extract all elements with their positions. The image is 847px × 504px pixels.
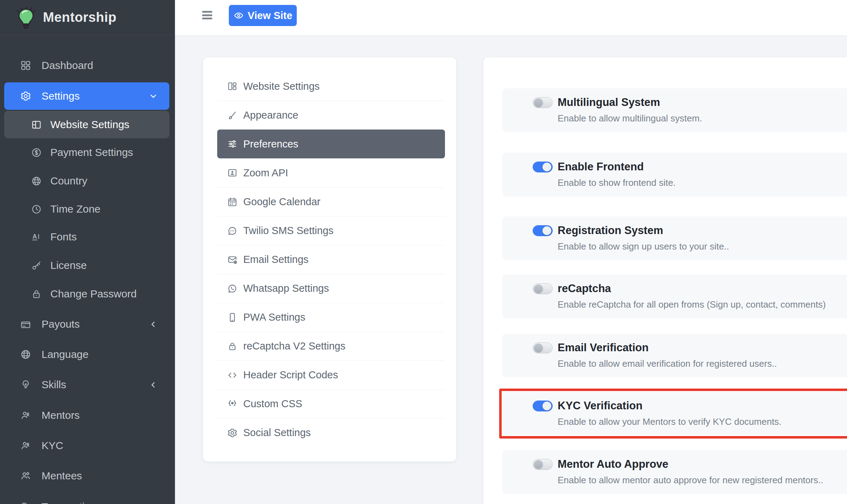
toggle-registration-system[interactable]	[533, 225, 553, 236]
toggle-knob	[542, 163, 551, 171]
sidebar-item-time-zone[interactable]: Time Zone	[4, 195, 169, 223]
menu-item-email-settings[interactable]: Email Settings	[217, 245, 445, 274]
sidebar: Mentorship DashboardSettingsWebsite Sett…	[0, 0, 175, 504]
preference-row-mentor-auto-approve: Mentor Auto ApproveEnable to allow mento…	[502, 450, 847, 494]
preference-description: Enable reCaptcha for all open froms (Sig…	[558, 299, 826, 310]
sidebar-item-change-password[interactable]: Change Password	[4, 280, 169, 308]
preference-row-kyc-verification: KYC VerificationEnable to allow your Men…	[502, 392, 847, 435]
toggle-mentor-auto-approve[interactable]	[533, 459, 553, 470]
gear-icon	[20, 90, 31, 102]
sliders-icon	[227, 139, 238, 149]
menu-item-label: Header Script Codes	[243, 369, 338, 381]
globe-icon	[20, 349, 31, 360]
preference-title: Email Verification	[558, 341, 648, 354]
sidebar-item-label: Settings	[42, 90, 80, 102]
menu-item-custom-css[interactable]: Custom CSS	[217, 389, 445, 418]
hamburger-menu-icon[interactable]	[202, 11, 212, 19]
sidebar-item-country[interactable]: Country	[4, 167, 169, 195]
brand-header: Mentorship	[0, 0, 175, 35]
preference-title: Enable Frontend	[558, 160, 644, 173]
settings-menu-list: Website SettingsAppearancePreferencesZoo…	[217, 72, 445, 447]
toggle-enable-frontend[interactable]	[533, 162, 553, 172]
menu-item-preferences[interactable]: Preferences	[217, 130, 445, 158]
menu-item-label: Social Settings	[243, 427, 311, 439]
toggle-recaptcha[interactable]	[533, 283, 553, 294]
menu-item-website-settings[interactable]: Website Settings	[217, 72, 445, 101]
toggle-multilingual-system[interactable]	[533, 97, 553, 108]
menu-item-recaptcha-v2-settings[interactable]: reCaptcha V2 Settings	[217, 332, 445, 360]
brand-title: Mentorship	[43, 10, 117, 25]
sidebar-item-language[interactable]: Language	[4, 341, 169, 368]
globe-icon	[31, 176, 42, 187]
sidebar-item-label: Mentees	[42, 470, 82, 482]
columns-icon	[227, 81, 238, 92]
preference-title: Multilingual System	[558, 96, 660, 109]
whatsapp-icon	[227, 283, 238, 294]
braces-icon	[227, 399, 238, 409]
menu-item-pwa-settings[interactable]: PWA Settings	[217, 303, 445, 332]
menu-item-social-settings[interactable]: Social Settings	[217, 418, 445, 447]
menu-item-google-calendar[interactable]: Google Calendar	[217, 187, 445, 216]
sidebar-item-website-settings[interactable]: Website Settings	[4, 111, 169, 138]
sidebar-item-label: KYC	[42, 440, 63, 452]
menu-item-appearance[interactable]: Appearance	[217, 101, 445, 130]
sidebar-item-kyc[interactable]: KYC	[4, 432, 169, 459]
sidebar-item-label: Dashboard	[42, 59, 93, 71]
sidebar-item-label: Change Password	[50, 288, 137, 300]
sidebar-item-mentees[interactable]: Mentees	[4, 462, 169, 490]
sidebar-item-label: Language	[42, 348, 88, 360]
preference-row-recaptcha: reCaptchaEnable reCaptcha for all open f…	[502, 275, 847, 318]
sidebar-item-payouts[interactable]: Payouts	[4, 310, 169, 338]
menu-item-label: Appearance	[243, 109, 298, 121]
preference-description: Enable to allow email verification for r…	[558, 358, 777, 369]
sidebar-item-transactions[interactable]: Transactions	[4, 493, 169, 504]
sidebar-item-label: Country	[50, 175, 87, 187]
sidebar-item-label: Transactions	[42, 501, 102, 504]
menu-item-header-script-codes[interactable]: Header Script Codes	[217, 360, 445, 389]
lock-icon	[227, 341, 238, 352]
sidebar-item-label: Payouts	[42, 318, 80, 330]
chevron-left-icon	[149, 320, 158, 329]
coins-icon	[20, 501, 31, 504]
menu-item-whatsapp-settings[interactable]: Whatsapp Settings	[217, 274, 445, 303]
preference-title: reCaptcha	[558, 282, 611, 295]
preference-title: Mentor Auto Approve	[558, 458, 669, 471]
menu-item-label: Google Calendar	[243, 196, 320, 208]
grid-icon	[20, 60, 31, 71]
sidebar-item-settings[interactable]: Settings	[4, 82, 169, 110]
sidebar-item-label: Website Settings	[50, 119, 130, 131]
view-site-button[interactable]: View Site	[229, 5, 297, 26]
menu-item-label: Website Settings	[243, 81, 320, 92]
menu-item-label: Preferences	[243, 138, 298, 150]
view-site-label: View Site	[248, 10, 293, 21]
sidebar-item-label: Fonts	[50, 231, 77, 243]
sidebar-item-skills[interactable]: Skills	[4, 371, 169, 398]
gear-icon	[227, 428, 238, 438]
toggle-email-verification[interactable]	[533, 342, 553, 353]
topbar: View Site	[175, 0, 847, 36]
menu-item-label: reCaptcha V2 Settings	[243, 340, 345, 352]
menu-item-twilio-sms-settings[interactable]: Twilio SMS Settings	[217, 216, 445, 245]
preference-description: Enable to allow multilingual system.	[558, 113, 702, 124]
sidebar-item-mentors[interactable]: Mentors	[4, 402, 169, 429]
menu-item-label: Zoom API	[243, 167, 288, 179]
preference-row-registration-system: Registration SystemEnable to allow sign …	[502, 216, 847, 260]
sidebar-item-dashboard[interactable]: Dashboard	[4, 52, 169, 79]
sidebar-item-label: Time Zone	[50, 203, 100, 215]
clock-icon	[31, 204, 42, 215]
lock-icon	[31, 289, 42, 300]
menu-item-zoom-api[interactable]: Zoom API	[217, 158, 445, 187]
code-icon	[227, 370, 238, 380]
sidebar-item-label: Payment Settings	[50, 146, 133, 158]
menu-item-label: Custom CSS	[243, 398, 302, 410]
sidebar-item-payment-settings[interactable]: Payment Settings	[4, 139, 169, 166]
preference-row-enable-frontend: Enable FrontendEnable to show frontend s…	[502, 153, 847, 196]
sidebar-item-label: Mentors	[42, 409, 80, 421]
bulb-icon	[20, 379, 31, 390]
eye-icon	[233, 10, 244, 21]
settings-menu-card: Website SettingsAppearancePreferencesZoo…	[203, 57, 456, 461]
toggle-kyc-verification[interactable]	[533, 401, 553, 411]
toggle-knob	[534, 98, 543, 107]
sidebar-item-license[interactable]: License	[4, 252, 169, 279]
sidebar-item-fonts[interactable]: AFonts	[4, 223, 169, 251]
